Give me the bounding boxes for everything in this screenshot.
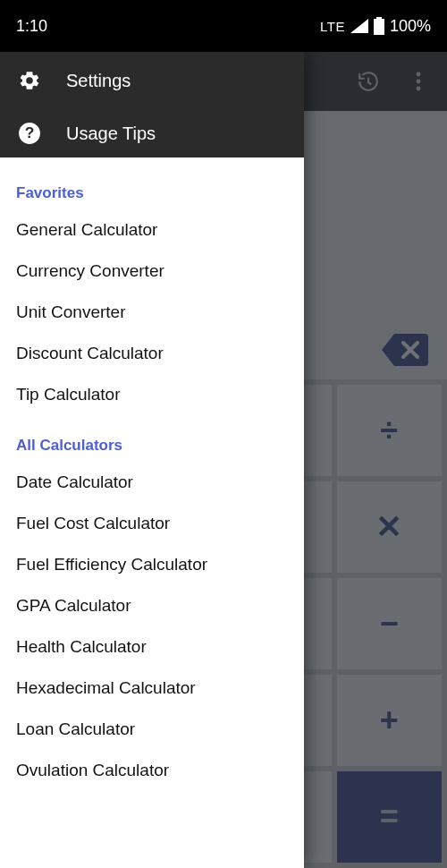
drawer-item-unit-converter[interactable]: Unit Converter: [0, 292, 304, 333]
status-network-label: LTE: [320, 19, 345, 34]
drawer-item-date-calculator[interactable]: Date Calculator: [0, 462, 304, 503]
drawer-header: Settings ? Usage Tips: [0, 52, 304, 157]
drawer-item-fuel-cost-calculator[interactable]: Fuel Cost Calculator: [0, 503, 304, 544]
gear-icon: [18, 69, 41, 92]
status-time: 1:10: [16, 17, 47, 36]
settings-row[interactable]: Settings: [0, 52, 304, 109]
settings-label: Settings: [66, 71, 131, 91]
all-calculators-header: All Calculators: [0, 415, 304, 462]
drawer-item-hexadecimal-calculator[interactable]: Hexadecimal Calculator: [0, 668, 304, 709]
status-battery-label: 100%: [390, 17, 431, 36]
drawer-main[interactable]: Favorites General Calculator Currency Co…: [0, 157, 304, 868]
drawer-item-loan-calculator[interactable]: Loan Calculator: [0, 709, 304, 750]
drawer-item-discount-calculator[interactable]: Discount Calculator: [0, 333, 304, 374]
drawer-item-general-calculator[interactable]: General Calculator: [0, 209, 304, 251]
drawer-item-ovulation-calculator[interactable]: Ovulation Calculator: [0, 750, 304, 791]
drawer-item-health-calculator[interactable]: Health Calculator: [0, 626, 304, 668]
usage-tips-row[interactable]: ? Usage Tips: [0, 109, 304, 157]
drawer-item-fuel-efficiency-calculator[interactable]: Fuel Efficiency Calculator: [0, 544, 304, 585]
favorites-header: Favorites: [0, 175, 304, 209]
drawer-item-currency-converter[interactable]: Currency Converter: [0, 251, 304, 292]
svg-text:?: ?: [25, 123, 35, 141]
navigation-drawer: Settings ? Usage Tips Favorites General …: [0, 52, 304, 868]
signal-icon: [350, 19, 368, 33]
svg-rect-1: [376, 17, 382, 20]
svg-rect-0: [374, 19, 384, 35]
drawer-item-gpa-calculator[interactable]: GPA Calculator: [0, 585, 304, 626]
help-icon: ?: [18, 122, 41, 145]
status-bar: 1:10 LTE 100%: [0, 0, 447, 52]
drawer-item-tip-calculator[interactable]: Tip Calculator: [0, 374, 304, 415]
usage-tips-label: Usage Tips: [66, 123, 156, 144]
battery-icon: [374, 17, 384, 35]
status-right: LTE 100%: [320, 17, 431, 36]
